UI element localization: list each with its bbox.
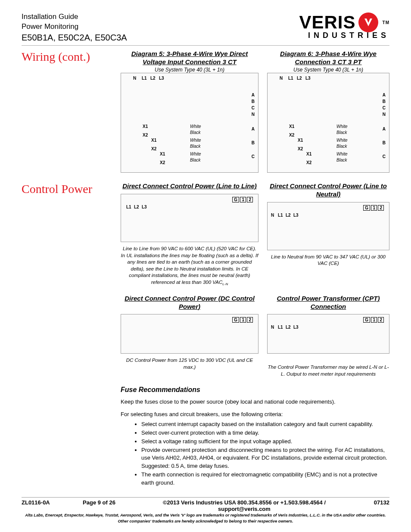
cp4-t1: 1 <box>371 317 377 323</box>
fuse-b2: Select over-current protection with a ti… <box>141 429 389 437</box>
d5-bc: Black <box>190 158 200 162</box>
fuse-section: Fuse Recommendations Keep the fuses clos… <box>22 380 389 487</box>
d5-l3: L3 <box>159 76 164 81</box>
d6-x1c: X1 <box>306 152 311 156</box>
logo-v-icon <box>358 12 378 32</box>
cp2-figure: N L1 L2 L3 G 1 2 <box>267 202 389 250</box>
cp2-l3: L3 <box>293 213 299 218</box>
diagram6-sub: Use System Type 40 (3L + 1n) <box>267 67 389 73</box>
logo-tm: TM <box>383 20 389 25</box>
d5-x2b: X2 <box>151 146 156 151</box>
d5-cb: B <box>252 140 255 145</box>
cp1-figure: L1 L2 L3 G 1 2 <box>121 194 258 242</box>
footer-date: 07132 <box>364 499 389 512</box>
footer-legal1: Alta Labs, Enercept, Enspector, Hawkeye,… <box>22 513 389 518</box>
d6-vn: N <box>383 112 386 117</box>
d5-n: N <box>133 76 136 81</box>
d5-x2a: X2 <box>143 133 148 137</box>
section-wiring-title: Wiring (cont.) <box>22 50 112 64</box>
fuse-b5: The earth connection is required for ele… <box>141 471 389 487</box>
page-header: Installation Guide Power Monitoring E50B… <box>22 12 389 44</box>
cp3-title: Direct Connect Control Power (DC Control… <box>121 295 258 311</box>
guide-line1: Installation Guide <box>22 12 127 22</box>
d5-bb: Black <box>190 144 200 149</box>
d6-wb: White <box>336 138 348 143</box>
d6-x1a: X1 <box>289 124 294 129</box>
footer-legal2: Other companies' trademarks are hereby a… <box>22 519 389 524</box>
header-left: Installation Guide Power Monitoring E50B… <box>22 12 127 44</box>
d6-l1: L1 <box>288 76 293 81</box>
cp3-figure: G 1 2 <box>121 314 258 354</box>
cp4-caption: The Control Power Transformer may be wir… <box>267 364 389 377</box>
cp2-l2: L2 <box>286 213 291 218</box>
d5-l1: L1 <box>142 76 147 81</box>
d6-ca: A <box>383 127 386 131</box>
d6-wc: White <box>336 152 348 156</box>
d5-cc: C <box>252 154 255 159</box>
d6-x2b: X2 <box>298 146 303 151</box>
logo-text-top: VERIS <box>299 12 356 33</box>
fuse-b3: Select a voltage rating sufficient for t… <box>141 438 389 446</box>
diagram5-title: Diagram 5: 3-Phase 4-Wire Wye Direct Vol… <box>121 50 258 66</box>
logo-text-bottom: INDUSTRIES <box>299 31 390 40</box>
fuse-p1: Keep the fuses close to the power source… <box>121 398 389 406</box>
cp2-l1: L1 <box>278 213 283 218</box>
d6-vc: C <box>383 106 386 110</box>
d6-l2: L2 <box>297 76 302 81</box>
d5-ca: A <box>252 127 255 131</box>
cp1-caption: Line to Line from 90 VAC to 600 VAC (UL)… <box>121 246 258 287</box>
d6-vb: B <box>383 99 386 104</box>
cp1-caption-text: Line to Line from 90 VAC to 600 VAC (UL)… <box>121 246 258 285</box>
d6-cc: C <box>383 154 386 159</box>
diagram5-figure: N L1 L2 L3 A B C N X1 X2 White Black A X… <box>121 73 258 173</box>
d6-x1b: X1 <box>298 138 303 143</box>
d5-x2c: X2 <box>160 160 165 165</box>
footer-page: Page 9 of 26 <box>73 499 125 512</box>
fuse-title: Fuse Recommendations <box>121 386 389 394</box>
d6-ba: Black <box>336 130 347 135</box>
cp3-caption: DC Control Power from 125 VDC to 300 VDC… <box>121 357 258 370</box>
diagram6-title: Diagram 6: 3-Phase 4-Wire Wye Connection… <box>267 50 389 66</box>
d6-l3: L3 <box>305 76 311 81</box>
diagram5-sub: Use System Type 40 (3L + 1n) <box>121 67 258 73</box>
cp1-l1: L1 <box>126 205 131 209</box>
cp4-title: Control Power Transformer (CPT) Connecti… <box>267 295 389 311</box>
d5-vn: N <box>252 112 255 117</box>
d6-n: N <box>280 76 283 81</box>
diagram6-figure: N L1 L2 L3 A B C N X1 X2 White Black A X… <box>267 73 389 173</box>
cp2-t2: 2 <box>378 205 384 211</box>
d5-x1b: X1 <box>151 138 156 143</box>
cp3-t1: 1 <box>240 317 246 323</box>
cp4-figure: N L1 L2 L3 G 1 2 <box>267 314 389 354</box>
cp1-g: G <box>232 197 239 202</box>
cp1-title: Direct Connect Control Power (Line to Li… <box>121 182 258 190</box>
guide-line2: Power Monitoring <box>22 22 127 32</box>
d6-x2a: X2 <box>289 133 294 137</box>
d5-wc: White <box>190 152 201 156</box>
cp4-n: N <box>271 325 274 330</box>
d5-x1c: X1 <box>160 152 165 156</box>
wiring-row: Wiring (cont.) Diagram 5: 3-Phase 4-Wire… <box>22 50 389 173</box>
cp1-t1: 1 <box>240 197 246 202</box>
d6-x2c: X2 <box>306 160 311 165</box>
control-power-row1: Control Power Direct Connect Control Pow… <box>22 182 389 286</box>
d5-wa: White <box>190 124 201 129</box>
footer-doc: ZL0116-0A <box>22 499 60 512</box>
fuse-bullets: Select current interrupt capacity based … <box>121 420 389 487</box>
cp2-t1: 1 <box>371 205 377 211</box>
page-footer: ZL0116-0A Page 9 of 26 ©2013 Veris Indus… <box>22 497 389 524</box>
cp4-l3: L3 <box>293 325 299 330</box>
footer-copy: ©2013 Veris Industries USA 800.354.8556 … <box>138 499 351 512</box>
logo: VERIS TM INDUSTRIES <box>299 12 390 40</box>
d5-vb: B <box>252 99 255 104</box>
cp1-l2: L2 <box>134 205 139 209</box>
d5-va: A <box>252 93 255 97</box>
cp2-g: G <box>363 205 370 211</box>
cp4-g: G <box>363 317 370 323</box>
control-power-row2: Direct Connect Control Power (DC Control… <box>22 295 389 378</box>
fuse-p2: For selecting fuses and circuit breakers… <box>121 411 389 419</box>
cp3-g: G <box>232 317 239 323</box>
cp4-t2: 2 <box>378 317 384 323</box>
d5-vc: C <box>252 106 255 110</box>
d5-x1a: X1 <box>143 124 148 129</box>
